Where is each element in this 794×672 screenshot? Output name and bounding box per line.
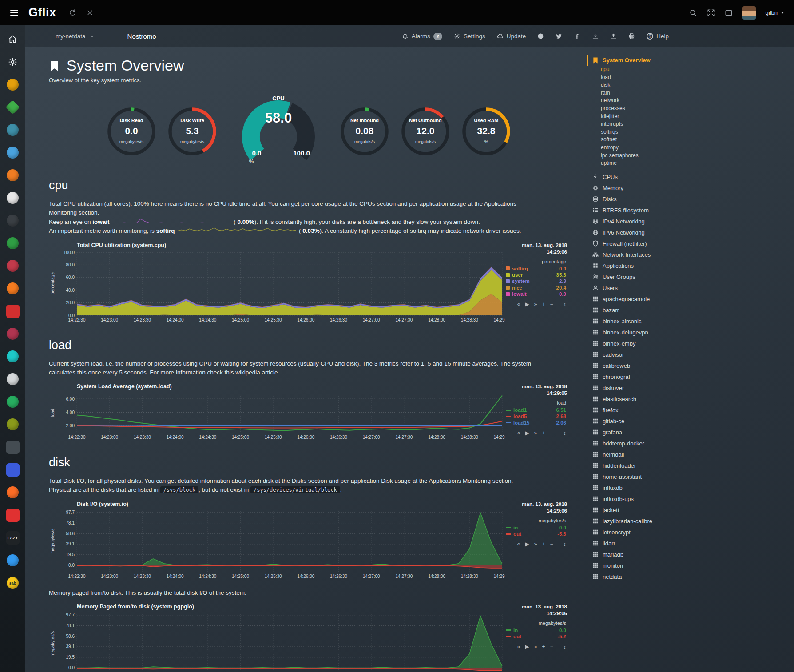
app-blue-bars-icon[interactable] [0, 141, 25, 164]
legend-item-out[interactable]: out-5.2 [505, 633, 567, 640]
app-white-disc-icon[interactable] [0, 187, 25, 209]
chart-pan-right-button[interactable]: » [534, 301, 537, 307]
menu-item-grafana[interactable]: grafana [587, 427, 720, 438]
chart-resize-handle[interactable]: ↕ [564, 644, 567, 650]
menu-sub-processes[interactable]: processes [587, 105, 720, 113]
server-dropdown[interactable]: my-netdata [56, 33, 95, 40]
app-blue-drop-icon[interactable] [0, 549, 25, 572]
menu-item-hiddenloader[interactable]: hiddenloader [587, 460, 720, 471]
gauge-net-inbound[interactable]: Net Inbound0.08megabits/s [339, 106, 390, 157]
menu-item-users[interactable]: Users [587, 282, 720, 294]
gauge-net-outbound[interactable]: Net Outbound12.0megabits/s [400, 106, 451, 157]
twitter-button[interactable] [556, 33, 562, 40]
legend-item-iowait[interactable]: iowait0.0 [505, 291, 567, 297]
app-green-disc-icon[interactable] [0, 390, 25, 413]
app-red-shield-icon[interactable] [0, 300, 25, 322]
menu-sub-softirqs[interactable]: softirqs [587, 128, 720, 136]
help-button[interactable]: ? Help [647, 33, 669, 40]
chart-play-button[interactable]: ▶ [525, 644, 529, 650]
menu-item-chronograf[interactable]: chronograf [587, 371, 720, 382]
gauge-disk-write[interactable]: Disk Write5.3megabytes/s [167, 106, 218, 157]
legend-item-load5[interactable]: load52.68 [505, 413, 567, 419]
print-button[interactable] [628, 33, 635, 40]
menu-sub-entropy[interactable]: entropy [587, 144, 720, 152]
chart-canvas[interactable]: 14:22:3014:23:0014:23:3014:24:0014:24:30… [56, 509, 505, 580]
hamburger-menu-icon[interactable] [9, 8, 20, 18]
chart-pan-left-button[interactable]: « [517, 644, 520, 650]
menu-item-hddtemp-docker[interactable]: hddtemp-docker [587, 438, 720, 449]
menu-item-monitorr[interactable]: monitorr [587, 560, 720, 571]
app-dark-x-icon[interactable] [0, 209, 25, 232]
chart-pan-left-button[interactable]: « [517, 301, 520, 307]
chart-pan-right-button[interactable]: » [534, 541, 537, 547]
settings-icon[interactable] [0, 51, 25, 73]
menu-item-calibreweb[interactable]: calibreweb [587, 360, 720, 371]
legend-item-in[interactable]: in0.0 [505, 627, 567, 633]
import-button[interactable] [592, 33, 599, 40]
legend-item-softirq[interactable]: softirq0.0 [505, 266, 567, 272]
chart-zoom-in-button[interactable]: + [542, 430, 545, 436]
app-maroon-flower-icon[interactable] [0, 322, 25, 345]
chart-zoom-out-button[interactable]: − [550, 430, 553, 436]
refresh-icon[interactable] [69, 9, 76, 16]
menu-item-lidarr[interactable]: lidarr [587, 538, 720, 549]
legend-item-nice[interactable]: nice20.4 [505, 285, 567, 291]
export-button[interactable] [610, 33, 617, 40]
menu-item-user-groups[interactable]: User Groups [587, 271, 720, 282]
menu-item-diskover[interactable]: diskover [587, 382, 720, 394]
chart-zoom-out-button[interactable]: − [550, 301, 553, 307]
wikipedia-link[interactable]: wikipedia article [235, 369, 278, 376]
search-icon[interactable] [689, 9, 697, 17]
menu-item-disks[interactable]: Disks [587, 194, 720, 205]
avatar[interactable] [742, 6, 756, 20]
menu-item-letsencrypt[interactable]: letsencrypt [587, 527, 720, 538]
user-menu[interactable]: gilbn [766, 9, 785, 16]
chart-pan-right-button[interactable]: » [534, 430, 537, 436]
close-tab-icon[interactable] [86, 9, 94, 16]
app-sab-icon[interactable]: sab [0, 572, 25, 594]
menu-sub-softnet[interactable]: softnet [587, 136, 720, 144]
fullscreen-icon[interactable] [707, 9, 715, 17]
app-teal-oo-icon[interactable] [0, 345, 25, 368]
chart-resize-handle[interactable]: ↕ [564, 301, 567, 307]
legend-item-user[interactable]: user35.3 [505, 272, 567, 278]
chart-canvas[interactable]: 14:22:3014:23:0014:23:3014:24:0014:24:30… [56, 250, 505, 323]
app-olive-swirl-icon[interactable] [0, 413, 25, 436]
chart-resize-handle[interactable]: ↕ [564, 541, 567, 547]
alarms-button[interactable]: Alarms 2 [402, 33, 442, 40]
menu-item-cadvisor[interactable]: cadvisor [587, 349, 720, 360]
menu-item-heimdall[interactable]: heimdall [587, 449, 720, 460]
menu-sub-cpu[interactable]: cpu [587, 66, 720, 74]
menu-item-elasticsearch[interactable]: elasticsearch [587, 394, 720, 405]
legend-item-load1[interactable]: load16.51 [505, 407, 567, 413]
app-red-cluster-icon[interactable] [0, 254, 25, 277]
legend-item-system[interactable]: system2.3 [505, 278, 567, 284]
menu-item-btrfs-filesystem[interactable]: BTRFS filesystem [587, 205, 720, 216]
app-blue-star-icon[interactable] [0, 458, 25, 481]
chart-zoom-out-button[interactable]: − [550, 644, 553, 650]
menu-item-gitlab-ce[interactable]: gitlab-ce [587, 416, 720, 427]
menu-item-firewall-netfilter[interactable]: Firewall (netfilter) [587, 238, 720, 249]
menu-item-netdata[interactable]: netdata [587, 571, 720, 582]
app-green-diamond-icon[interactable] [0, 96, 25, 119]
facebook-button[interactable] [574, 33, 580, 40]
menu-item-home-assistant[interactable]: home-assistant [587, 471, 720, 482]
app-lazylibrarian-icon[interactable]: LAZY [0, 526, 25, 549]
menu-item-apacheguacamole[interactable]: apacheguacamole [587, 294, 720, 305]
chart-play-button[interactable]: ▶ [525, 430, 529, 436]
menu-sub-load[interactable]: load [587, 74, 720, 82]
app-red-arrow-icon[interactable] [0, 504, 25, 526]
app-light-u-icon[interactable] [0, 368, 25, 390]
chart-pan-right-button[interactable]: » [534, 644, 537, 650]
chart-play-button[interactable]: ▶ [525, 301, 529, 307]
github-button[interactable] [537, 33, 544, 40]
menu-item-binhex-airsonic[interactable]: binhex-airsonic [587, 316, 720, 327]
menu-sub-ram[interactable]: ram [587, 89, 720, 97]
home-icon[interactable] [0, 28, 25, 51]
menu-item-mariadb[interactable]: mariadb [587, 549, 720, 560]
gauge-disk-read[interactable]: Disk Read0.0megabytes/s [106, 106, 157, 157]
menu-item-lazylibrarian-calibre[interactable]: lazylibrarian-calibre [587, 516, 720, 527]
menu-item-binhex-delugevpn[interactable]: binhex-delugevpn [587, 327, 720, 338]
chart-resize-handle[interactable]: ↕ [564, 429, 567, 436]
chart-pan-left-button[interactable]: « [517, 430, 520, 436]
